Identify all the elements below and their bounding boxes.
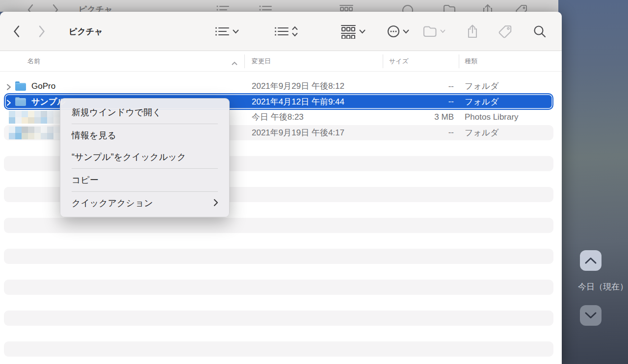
folder-icon — [15, 81, 26, 91]
toolbar: ピクチャ — [0, 12, 562, 51]
search-icon — [533, 25, 547, 38]
file-date: 2021年9月19日 午後4:17 — [252, 125, 344, 141]
menu-item-get-info[interactable]: 情報を見る — [60, 125, 229, 146]
column-header-name[interactable]: 名前 — [27, 51, 40, 72]
file-date: 2021年4月12日 午前9:44 — [252, 94, 344, 110]
view-list-icon — [216, 4, 231, 12]
column-header-date[interactable]: 変更日 — [252, 51, 271, 72]
background-window-title: ピクチャ — [78, 4, 113, 12]
folder-action-button[interactable] — [422, 12, 445, 51]
group-grid-icon — [340, 24, 357, 39]
empty-row — [0, 311, 562, 326]
file-kind: フォルダ — [465, 94, 499, 110]
row-stripe — [4, 249, 553, 264]
view-sort-icon — [274, 25, 289, 38]
finder-window: ピクチャ 名前 — [0, 12, 562, 364]
row-stripe — [4, 218, 553, 234]
chevron-down-icon — [440, 29, 445, 33]
row-stripe — [4, 280, 553, 295]
empty-row — [0, 233, 562, 249]
scroll-down-button[interactable] — [580, 305, 602, 326]
menu-item-quick-actions[interactable]: クイックアクション — [60, 192, 229, 214]
menu-item-label: クイックアクション — [72, 197, 153, 209]
folder-action-icon — [422, 25, 438, 38]
column-divider[interactable] — [244, 54, 245, 68]
share-button[interactable] — [466, 12, 479, 51]
empty-row — [0, 341, 562, 357]
file-kind: フォルダ — [465, 78, 499, 94]
folder-icon — [15, 97, 26, 106]
menu-item-copy[interactable]: コピー — [60, 169, 229, 191]
search-button[interactable] — [533, 12, 547, 51]
disclosure-chevron-icon[interactable] — [6, 99, 11, 108]
view-sort-icon — [259, 4, 273, 12]
more-ellipsis-icon — [387, 25, 400, 38]
group-grid-icon — [339, 4, 354, 12]
file-size: -- — [392, 125, 454, 141]
menu-item-open-new-window[interactable]: 新規ウインドウで開く — [60, 102, 229, 123]
folder-action-icon — [443, 4, 456, 12]
column-divider[interactable] — [459, 54, 459, 68]
file-size: -- — [392, 94, 454, 110]
empty-row — [0, 249, 562, 264]
menu-item-label: 新規ウインドウで開く — [72, 106, 161, 118]
chevron-up-down-icon — [292, 26, 298, 37]
group-by-button[interactable] — [340, 12, 366, 51]
empty-row — [0, 326, 562, 341]
menu-item-quick-look[interactable]: “サンプル”をクイックルック — [60, 146, 229, 168]
column-header-size[interactable]: サイズ — [389, 51, 409, 72]
sort-ascending-icon — [232, 59, 237, 67]
context-menu: 新規ウインドウで開く 情報を見る “サンプル”をクイックルック コピー クイック… — [60, 98, 230, 217]
chevron-down-icon — [403, 29, 409, 34]
empty-row — [0, 218, 562, 234]
share-icon — [482, 4, 494, 12]
menu-divider — [72, 191, 218, 192]
window-title: ピクチャ — [69, 12, 103, 51]
chevron-up-icon — [584, 257, 597, 264]
table-row[interactable]: GoPro 2021年9月29日 午後8:12 -- フォルダ — [0, 78, 562, 94]
back-button[interactable] — [13, 12, 20, 51]
share-icon — [466, 24, 479, 39]
file-size: -- — [392, 78, 454, 94]
redacted-thumbnail — [9, 127, 60, 141]
redacted-thumbnail — [9, 111, 60, 126]
menu-item-label: 情報を見る — [72, 130, 116, 141]
file-kind: Photos Library — [465, 109, 519, 125]
view-options-button[interactable] — [214, 12, 239, 51]
menu-divider — [72, 168, 218, 169]
menu-divider — [72, 124, 218, 124]
empty-row — [0, 295, 562, 311]
chevron-down-icon — [233, 29, 239, 34]
empty-row — [0, 264, 562, 280]
submenu-arrow-icon — [213, 199, 218, 209]
file-size: 3 MB — [392, 109, 454, 125]
more-actions-button[interactable] — [387, 12, 409, 51]
menu-item-label: “サンプル”をクイックルック — [72, 151, 186, 163]
row-stripe — [4, 341, 553, 357]
more-ellipsis-icon — [401, 4, 414, 12]
file-name: GoPro — [31, 78, 55, 94]
back-chevron-icon — [27, 4, 34, 12]
tag-icon — [514, 4, 528, 12]
tag-icon — [497, 24, 513, 39]
tag-button[interactable] — [497, 12, 513, 51]
sort-order-button[interactable] — [274, 12, 298, 51]
view-list-icon — [214, 25, 230, 38]
column-headers: 名前 変更日 サイズ 種類 — [0, 51, 562, 72]
forward-button[interactable] — [38, 12, 46, 51]
empty-row — [0, 357, 562, 364]
disclosure-chevron-icon[interactable] — [6, 83, 11, 92]
empty-row — [0, 280, 562, 295]
scroll-position-label: 今日（現在） — [578, 281, 628, 292]
column-divider[interactable] — [383, 54, 383, 68]
file-date: 今日 午後8:23 — [252, 109, 304, 125]
chevron-down-icon — [359, 29, 366, 34]
chevron-down-icon — [584, 312, 597, 319]
forward-chevron-icon — [52, 4, 59, 12]
menu-item-label: コピー — [72, 174, 99, 186]
background-window-strip: ピクチャ — [0, 0, 558, 12]
row-stripe — [4, 311, 553, 326]
column-header-kind[interactable]: 種類 — [465, 51, 477, 72]
file-date: 2021年9月29日 午後8:12 — [252, 78, 344, 94]
scroll-up-button[interactable] — [580, 250, 602, 271]
